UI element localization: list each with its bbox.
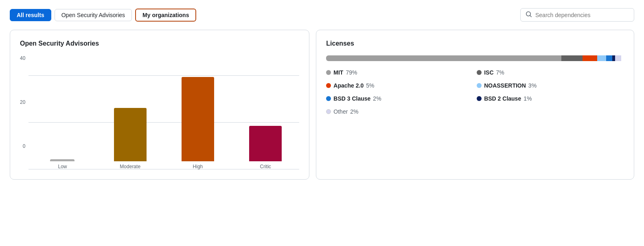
dot-apache — [326, 83, 331, 88]
bar-low — [50, 159, 74, 161]
dot-noassertion — [477, 83, 482, 88]
bar-label-critical: Critic — [260, 164, 271, 169]
legend-mit: MIT 79% — [326, 69, 473, 76]
license-legend: MIT 79% ISC 7% Apache 2.0 5% NOASSERTION… — [326, 69, 624, 115]
legend-bsd3-pct: 2% — [373, 95, 381, 102]
search-input[interactable] — [535, 12, 629, 18]
cards-container: Open Security Advisories 40 20 0 — [10, 30, 634, 180]
legend-bsd3-name: BSD 3 Clause — [333, 95, 370, 102]
bar-high — [182, 77, 214, 161]
legend-other: Other 2% — [326, 108, 473, 115]
legend-apache-pct: 5% — [366, 82, 374, 89]
y-axis: 40 20 0 — [20, 55, 25, 149]
legend-noassertion: NOASSERTION 3% — [477, 82, 624, 89]
legend-other-name: Other — [333, 108, 348, 115]
legend-bsd2-pct: 1% — [524, 95, 532, 102]
security-card-title: Open Security Advisories — [20, 40, 299, 47]
dot-isc — [477, 70, 482, 75]
legend-bsd2: BSD 2 Clause 1% — [477, 95, 624, 102]
search-box — [520, 8, 634, 22]
bar-label-low: Low — [58, 164, 67, 169]
dot-mit — [326, 70, 331, 75]
legend-apache: Apache 2.0 5% — [326, 82, 473, 89]
legend-mit-pct: 79% — [346, 69, 357, 76]
licenses-card: Licenses MIT 79% ISC 7% — [316, 30, 634, 180]
bar-group-moderate: Moderate — [96, 76, 164, 169]
legend-other-pct: 2% — [350, 108, 358, 115]
license-bar-container — [326, 55, 624, 61]
y-label-20: 20 — [20, 99, 25, 105]
segment-noassertion — [597, 55, 606, 61]
segment-apache — [583, 55, 598, 61]
segment-bsd3 — [606, 55, 612, 61]
security-advisories-card: Open Security Advisories 40 20 0 — [10, 30, 309, 180]
bar-label-moderate: Moderate — [120, 164, 140, 169]
tab-open-security[interactable]: Open Security Advisories — [55, 9, 132, 21]
top-navigation: All results Open Security Advisories My … — [10, 8, 634, 22]
legend-noassertion-pct: 3% — [528, 82, 537, 89]
legend-isc: ISC 7% — [477, 69, 624, 76]
bar-label-high: High — [193, 164, 203, 169]
legend-bsd3: BSD 3 Clause 2% — [326, 95, 473, 102]
licenses-card-title: Licenses — [326, 40, 624, 47]
legend-mit-name: MIT — [333, 69, 343, 76]
dot-other — [326, 109, 331, 114]
segment-isc — [561, 55, 582, 61]
legend-noassertion-name: NOASSERTION — [484, 82, 526, 89]
bar-group-low: Low — [28, 76, 96, 169]
bar-group-critical: Critic — [232, 76, 299, 169]
segment-bsd2 — [612, 55, 615, 61]
bar-moderate — [114, 108, 147, 161]
legend-isc-pct: 7% — [496, 69, 504, 76]
search-icon — [526, 11, 532, 19]
legend-bsd2-name: BSD 2 Clause — [484, 95, 521, 102]
segment-other — [615, 55, 621, 61]
tab-all-results[interactable]: All results — [10, 9, 51, 21]
segment-mit — [326, 55, 561, 61]
bar-chart: 40 20 0 Low — [20, 55, 299, 169]
y-label-40: 40 — [20, 55, 25, 61]
legend-apache-name: Apache 2.0 — [333, 82, 364, 89]
tab-my-organizations[interactable]: My organizations — [135, 9, 196, 22]
legend-isc-name: ISC — [484, 69, 493, 76]
dot-bsd3 — [326, 96, 331, 101]
bar-group-high: High — [164, 76, 232, 169]
license-bar — [326, 55, 624, 61]
bar-critical — [249, 126, 282, 161]
dot-bsd2 — [477, 96, 482, 101]
y-label-0: 0 — [20, 143, 25, 149]
